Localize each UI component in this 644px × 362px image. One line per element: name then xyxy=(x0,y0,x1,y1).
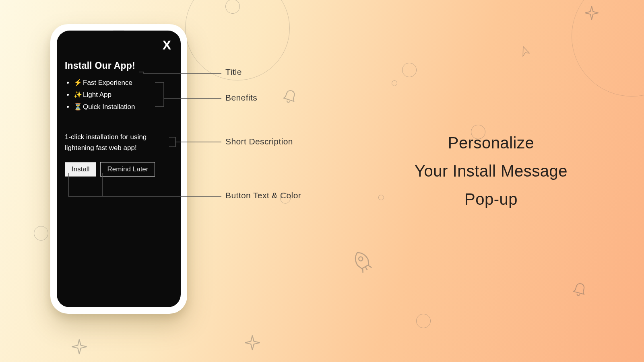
benefit-text: Fast Experience xyxy=(83,79,132,86)
background-circle-large xyxy=(572,0,644,97)
leader-line xyxy=(68,173,223,201)
popup-description: 1-click installation for using lightenin… xyxy=(65,132,173,153)
benefit-emoji: ⏳ xyxy=(74,103,82,111)
rocket-icon xyxy=(346,245,379,278)
close-icon[interactable]: X xyxy=(163,38,171,53)
annotation-benefits: Benefits xyxy=(225,93,257,103)
annotation-description: Short Description xyxy=(225,137,293,146)
headline-line: Your Install Message xyxy=(370,157,612,185)
headline-line: Pop-up xyxy=(370,185,612,213)
benefit-text: Light App xyxy=(83,91,111,99)
benefit-text: Quick Installation xyxy=(83,103,135,111)
sparkle-icon xyxy=(584,5,600,21)
cursor-icon xyxy=(518,45,533,60)
background-dot-icon xyxy=(392,80,397,86)
background-circle-icon xyxy=(402,63,417,77)
annotation-title: Title xyxy=(225,67,242,77)
headline-line: Personalize xyxy=(370,129,612,157)
benefit-emoji: ✨ xyxy=(74,91,82,99)
bell-icon xyxy=(570,280,590,300)
benefit-emoji: ⚡ xyxy=(74,79,82,86)
sparkle-icon xyxy=(70,338,88,356)
sparkle-icon xyxy=(244,334,261,352)
leader-line xyxy=(155,78,223,111)
leader-line xyxy=(169,135,223,147)
background-circle-icon xyxy=(34,226,48,241)
bell-icon xyxy=(280,86,300,107)
leader-line xyxy=(139,67,223,75)
promo-headline: Personalize Your Install Message Pop-up xyxy=(370,129,612,213)
annotation-button: Button Text & Color xyxy=(225,191,301,200)
background-circle-icon xyxy=(416,314,431,328)
svg-point-0 xyxy=(358,256,363,262)
